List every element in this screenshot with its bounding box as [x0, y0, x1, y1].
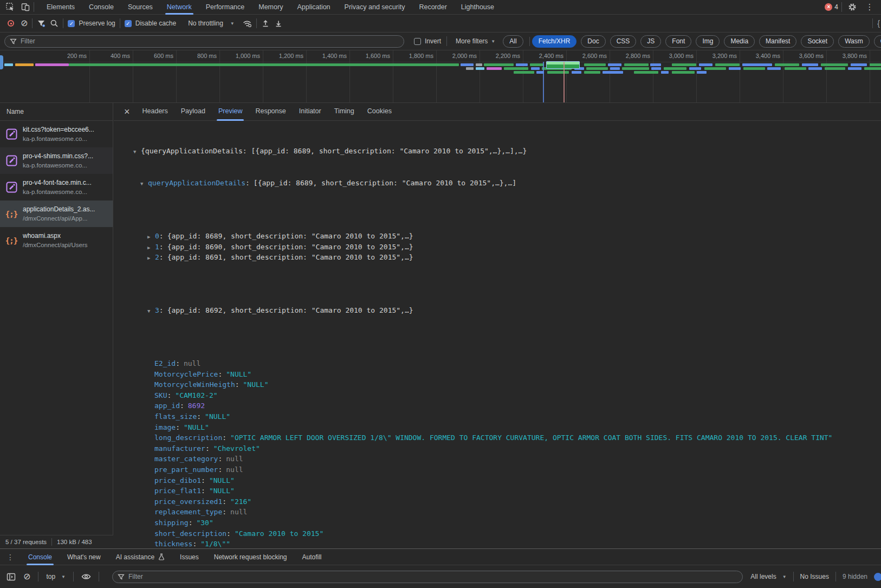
json-property[interactable]: thickness"1/8\""	[114, 539, 881, 548]
panel-tab[interactable]: Performance	[199, 0, 252, 15]
request-row[interactable]: {;} pro-v4-font-face.min.c... ka-p.fonta…	[0, 174, 113, 201]
hidden-messages-count[interactable]: 9 hidden	[843, 573, 867, 580]
waterfall-bar[interactable]	[487, 67, 502, 70]
export-har-icon[interactable]	[274, 19, 283, 28]
waterfall-bar[interactable]	[808, 67, 822, 70]
waterfall-bar[interactable]	[767, 67, 781, 70]
waterfall-bar[interactable]	[821, 63, 848, 66]
waterfall-bar[interactable]	[530, 63, 544, 66]
request-type-chip[interactable]: Other	[874, 35, 881, 48]
issues-count[interactable]: No Issues	[800, 573, 829, 580]
settings-gear-icon[interactable]	[845, 1, 859, 13]
json-property[interactable]: app_id8692	[114, 400, 881, 411]
console-sidebar-icon[interactable]	[7, 573, 16, 581]
waterfall-bar[interactable]	[531, 67, 540, 70]
json-root-line[interactable]: ▼{queryApplicationDetails: [{app_id: 868…	[114, 146, 881, 157]
request-type-chip[interactable]: Font	[665, 35, 691, 48]
waterfall-bar[interactable]	[651, 67, 661, 70]
json-property[interactable]: MotorcyclePrice"NULL"	[114, 369, 881, 380]
detail-tab[interactable]: Initiator	[293, 103, 328, 121]
request-type-chip[interactable]: JS	[640, 35, 661, 48]
waterfall-bar[interactable]	[484, 63, 514, 66]
throttling-dropdown[interactable]: No throttling ▼	[188, 20, 235, 27]
waterfall-bar[interactable]	[864, 67, 881, 70]
detail-tab[interactable]: Preview	[212, 103, 249, 121]
waterfall-bar[interactable]	[825, 67, 845, 70]
live-expression-eye-icon[interactable]	[81, 573, 91, 580]
request-type-chip[interactable]: CSS	[610, 35, 637, 48]
detail-tab[interactable]: Payload	[174, 103, 212, 121]
panel-tab[interactable]: Privacy and security	[338, 0, 412, 15]
triangle-expanded-icon[interactable]: ▼	[140, 179, 148, 190]
json-array-item[interactable]: ▶2{app_id: 8691, short_description: "Cam…	[114, 252, 881, 263]
waterfall-bar[interactable]	[785, 67, 806, 70]
waterfall-bar[interactable]	[586, 67, 608, 70]
json-array-line[interactable]: ▼queryApplicationDetails[{app_id: 8689, …	[114, 178, 881, 189]
device-toolbar-icon[interactable]	[18, 1, 33, 13]
waterfall-bar[interactable]	[672, 63, 696, 66]
waterfall-bar[interactable]	[476, 67, 484, 70]
timeline-scroll-handle[interactable]	[0, 55, 3, 69]
more-options-icon[interactable]: ⋮	[863, 1, 877, 13]
console-filter-input[interactable]	[128, 573, 737, 580]
waterfall-bar[interactable]	[622, 67, 649, 70]
panel-tab[interactable]: Console	[82, 0, 121, 15]
request-row[interactable]: {;} pro-v4-shims.min.css?... ka-p.fontaw…	[0, 147, 113, 174]
network-conditions-icon[interactable]	[242, 19, 252, 28]
json-property[interactable]: E2_idnull	[114, 358, 881, 369]
network-filter-field[interactable]	[4, 35, 404, 48]
json-property[interactable]: short_description"Camaro 2010 to 2015"	[114, 528, 881, 539]
drawer-tab[interactable]: Issues	[172, 549, 206, 565]
search-icon[interactable]	[50, 19, 59, 28]
waterfall-bar[interactable]	[715, 63, 740, 66]
name-column-header[interactable]: Name	[0, 103, 113, 121]
more-filters-dropdown[interactable]: More filters ▼	[456, 37, 495, 45]
drawer-more-tools-icon[interactable]: ⋮	[0, 553, 21, 561]
waterfall-bar[interactable]	[742, 63, 772, 66]
panel-tab[interactable]: Sources	[121, 0, 160, 15]
waterfall-bar[interactable]	[584, 71, 600, 74]
panel-tab[interactable]: Network	[160, 0, 199, 15]
waterfall-bar[interactable]	[634, 71, 658, 74]
network-filter-input[interactable]	[21, 37, 399, 45]
json-property[interactable]: shipping"30"	[114, 518, 881, 528]
waterfall-bar[interactable]	[848, 67, 861, 70]
request-type-chip[interactable]: All	[503, 35, 523, 48]
log-levels-dropdown[interactable]: All levels ▼	[750, 573, 786, 580]
triangle-collapsed-icon[interactable]: ▶	[147, 253, 155, 264]
console-filter-field[interactable]	[112, 571, 743, 583]
json-property[interactable]: long_description"OPTIC ARMOR LEFT DOOR O…	[114, 432, 881, 443]
waterfall-bar[interactable]	[697, 71, 707, 74]
network-overview-timeline[interactable]: 200 ms400 ms600 ms800 ms1,000 ms1,200 ms…	[0, 50, 881, 103]
waterfall-bar[interactable]	[504, 67, 528, 70]
json-property[interactable]: MotorcycleWinHeigth"NULL"	[114, 379, 881, 390]
import-har-icon[interactable]	[261, 19, 270, 28]
waterfall-bar[interactable]	[35, 63, 69, 66]
waterfall-bar[interactable]	[608, 63, 621, 66]
panel-tab[interactable]: Recorder	[412, 0, 454, 15]
clear-console-icon[interactable]: ⊘	[23, 572, 30, 581]
waterfall-bar[interactable]	[802, 63, 818, 66]
clear-network-log-icon[interactable]: ⊘	[21, 19, 28, 28]
waterfall-bar[interactable]	[661, 71, 669, 74]
json-property[interactable]: pre_part_numbernull	[114, 464, 881, 475]
inspect-element-icon[interactable]	[3, 1, 17, 13]
panel-tab[interactable]: Application	[290, 0, 337, 15]
triangle-expanded-icon[interactable]: ▼	[133, 147, 141, 158]
waterfall-bar[interactable]	[664, 67, 686, 70]
drawer-tab[interactable]: Autofill	[294, 549, 329, 565]
json-property[interactable]: master_categorynull	[114, 454, 881, 464]
waterfall-bar[interactable]	[476, 63, 482, 66]
panel-tab[interactable]: Elements	[40, 0, 82, 15]
json-property[interactable]: image"NULL"	[114, 422, 881, 433]
triangle-expanded-icon[interactable]: ▼	[147, 306, 155, 317]
panel-tab[interactable]: Lighthouse	[454, 0, 501, 15]
waterfall-bar[interactable]	[870, 63, 881, 66]
request-row[interactable]: {;} applicationDetails_2.as... /dmxConne…	[0, 201, 113, 227]
json-property[interactable]: price_dibo1"NULL"	[114, 475, 881, 486]
waterfall-bar[interactable]	[584, 63, 606, 66]
error-badge[interactable]: × 4	[825, 3, 838, 11]
waterfall-bar[interactable]	[546, 61, 580, 69]
request-type-chip[interactable]: Img	[696, 35, 720, 48]
waterfall-bar[interactable]	[775, 63, 799, 66]
